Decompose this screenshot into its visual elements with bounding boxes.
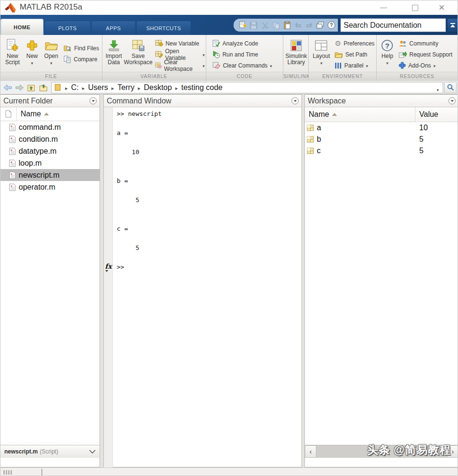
import-data-icon xyxy=(108,38,120,53)
compare-button[interactable]: Compare xyxy=(64,54,99,64)
close-button[interactable]: × xyxy=(431,0,453,15)
current-folder-menu-button[interactable] xyxy=(89,97,97,104)
set-path-label: Set Path xyxy=(345,51,367,58)
layout-icon xyxy=(314,38,328,53)
scroll-left-button[interactable]: ‹ xyxy=(305,445,316,458)
mfile-icon xyxy=(9,147,16,155)
collapse-ribbon-icon xyxy=(450,23,456,28)
clear-workspace-button[interactable]: Clear Workspace xyxy=(155,60,205,70)
cut-icon[interactable] xyxy=(260,21,269,30)
file-details-bar[interactable]: newscript.m (Script) xyxy=(0,445,100,458)
search-folder-button[interactable] xyxy=(444,82,457,93)
find-files-button[interactable]: Find Files xyxy=(64,43,99,53)
back-button[interactable] xyxy=(2,82,12,92)
name-column-header[interactable]: Name xyxy=(21,110,41,118)
file-row-selected[interactable]: newscript.m xyxy=(0,169,100,181)
command-window-menu-button[interactable] xyxy=(291,97,299,104)
open-variable-button[interactable]: Open Variable xyxy=(155,49,205,59)
file-name: condition.m xyxy=(19,135,58,144)
preferences-button[interactable]: ⚙ Preferences xyxy=(335,38,374,48)
community-button[interactable]: Community xyxy=(399,38,452,48)
breadcrumb-item-terry[interactable]: Terry xyxy=(117,83,134,92)
request-support-icon xyxy=(399,51,407,58)
new-script-button[interactable]: New Script xyxy=(2,36,23,72)
file-name: command.m xyxy=(19,123,61,132)
analyze-code-label: Analyze Code xyxy=(223,40,258,47)
workspace-menu-button[interactable] xyxy=(448,97,456,104)
help-button[interactable]: ? Help xyxy=(378,36,396,72)
import-data-button[interactable]: Import Data xyxy=(104,36,124,72)
file-row[interactable]: datatype.m xyxy=(0,145,100,157)
request-support-button[interactable]: Request Support xyxy=(399,49,452,59)
help-icon[interactable]: ? xyxy=(327,21,336,30)
save-workspace-button[interactable]: Save Workspace xyxy=(124,36,153,72)
minimize-ribbon-button[interactable] xyxy=(447,18,458,32)
layout-button[interactable]: Layout xyxy=(310,36,332,72)
command-output-line xyxy=(113,235,302,244)
breadcrumb-item-drive[interactable]: C: xyxy=(71,83,79,92)
new-button[interactable]: New xyxy=(23,36,41,72)
find-files-label: Find Files xyxy=(74,45,99,52)
mfile-icon xyxy=(9,159,16,167)
workspace-row[interactable]: b 5 xyxy=(305,134,458,145)
workspace-row[interactable]: c 5 xyxy=(305,145,458,157)
current-folder-column-header[interactable]: Name xyxy=(0,107,100,121)
tab-home[interactable]: HOME xyxy=(0,19,44,35)
workspace-name-column-header[interactable]: Name xyxy=(305,107,415,122)
dropdown-arrow-icon xyxy=(202,51,205,58)
clear-commands-button[interactable]: Clear Commands xyxy=(212,60,272,70)
tab-plots[interactable]: PLOTS xyxy=(45,21,90,35)
search-documentation-input[interactable] xyxy=(341,21,444,30)
parallel-button[interactable]: Parallel xyxy=(335,60,374,70)
analyze-code-button[interactable]: Analyze Code xyxy=(212,38,272,48)
path-dropdown-arrow-icon[interactable] xyxy=(436,85,439,93)
switch-windows-icon[interactable] xyxy=(316,21,325,30)
tab-shortcuts[interactable]: SHORTCUTS xyxy=(136,21,191,35)
command-output-line: b = xyxy=(113,177,302,187)
open-variable-icon xyxy=(155,51,163,58)
new-icon xyxy=(26,38,38,53)
workspace-row[interactable]: a 10 xyxy=(305,122,458,134)
workspace-value-column-header[interactable]: Value xyxy=(415,110,438,119)
browse-folder-button[interactable] xyxy=(38,82,48,92)
up-one-level-button[interactable] xyxy=(26,82,36,92)
breadcrumb-item-users[interactable]: Users xyxy=(88,83,108,92)
fx-function-hints-button[interactable]: fx xyxy=(104,262,113,270)
minimize-button[interactable] xyxy=(372,0,394,15)
help-big-icon: ? xyxy=(381,38,393,53)
file-row[interactable]: condition.m xyxy=(0,133,100,145)
simulink-library-button[interactable]: Simulink Library xyxy=(285,36,307,72)
details-expand-chevron-icon[interactable] xyxy=(89,450,96,453)
file-row[interactable]: operator.m xyxy=(0,181,100,193)
open-button[interactable]: Open xyxy=(41,36,61,72)
new-shortcut-icon[interactable] xyxy=(238,21,247,30)
add-ons-button[interactable]: Add-Ons xyxy=(399,60,452,70)
path-breadcrumb-field[interactable]: C: Users Terry Desktop testing code xyxy=(51,82,443,93)
scroll-right-button[interactable]: › xyxy=(447,445,458,458)
file-row[interactable]: loop.m xyxy=(0,157,100,169)
workspace-horizontal-scrollbar[interactable]: ‹ › xyxy=(305,445,458,458)
tab-apps[interactable]: APPS xyxy=(91,21,135,35)
paste-icon[interactable] xyxy=(283,21,291,30)
clear-commands-icon xyxy=(212,62,221,69)
current-folder-icon xyxy=(55,84,61,91)
redo-icon[interactable] xyxy=(305,21,313,30)
breadcrumb-item-desktop[interactable]: Desktop xyxy=(144,83,172,92)
breadcrumb-item-testing-code[interactable]: testing code xyxy=(181,83,223,92)
forward-button[interactable] xyxy=(14,82,24,92)
clear-workspace-icon xyxy=(155,62,162,69)
run-and-time-button[interactable]: Run and Time xyxy=(212,49,272,59)
undo-icon[interactable] xyxy=(294,21,302,30)
scrollbar-track[interactable] xyxy=(316,445,447,458)
maximize-button[interactable] xyxy=(404,0,426,15)
ribbon-section-environment: Layout ⚙ Preferences Set Path Parallel xyxy=(309,35,377,81)
file-row[interactable]: command.m xyxy=(0,121,100,133)
file-name: datatype.m xyxy=(19,147,56,156)
ribbon-section-resources: ? Help Community Request Support xyxy=(377,35,458,81)
command-prompt-line[interactable]: fx >> xyxy=(113,263,302,273)
set-path-button[interactable]: Set Path xyxy=(335,49,374,59)
copy-icon[interactable] xyxy=(272,21,280,30)
command-window-content[interactable]: >> newscript a = 10 b = 5 c = 5 xyxy=(104,107,302,467)
save-icon[interactable] xyxy=(249,21,258,30)
new-variable-button[interactable]: New Variable xyxy=(155,38,205,48)
